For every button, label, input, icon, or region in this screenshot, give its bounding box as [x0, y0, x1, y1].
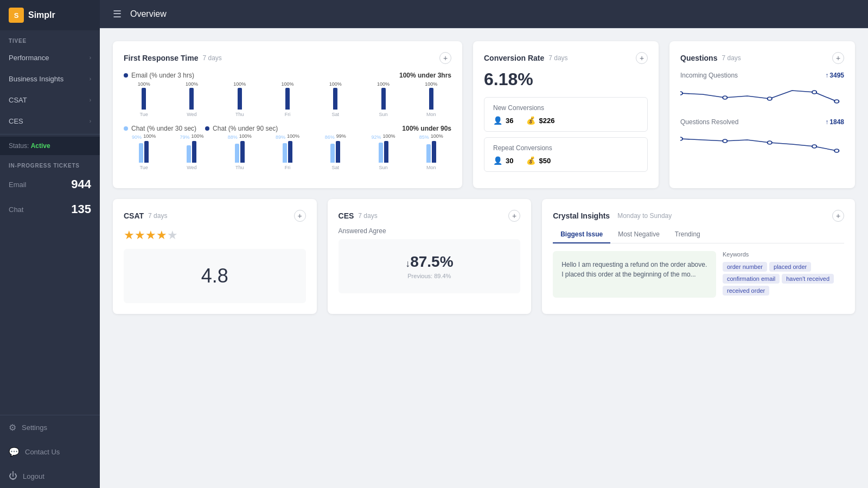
repeat-person-icon: 👤	[493, 156, 502, 165]
incoming-line-chart	[680, 82, 844, 110]
svg-point-1	[723, 96, 727, 99]
keyword-order-number: order number	[723, 262, 767, 272]
frt-email-bars: 100%Tue100%Wed100%Thu100%Fri100%Sat100%S…	[124, 82, 451, 117]
sidebar-item-ces[interactable]: CES ›	[0, 111, 100, 132]
settings-item[interactable]: ⚙ Settings	[0, 415, 100, 440]
new-conv-value: 💰 $226	[526, 116, 554, 125]
sidebar-item-performance[interactable]: Performance ›	[0, 47, 100, 68]
sidebar-bottom: ⚙ Settings 💬 Contact Us ⏻ Logout	[0, 415, 100, 488]
frt-expand-button[interactable]: +	[439, 52, 451, 64]
gear-icon: ⚙	[9, 422, 16, 433]
ces-card: CES 7 days + Answered Agree ↓87.5% Previ…	[328, 199, 532, 314]
conversion-rate-value: 6.18%	[484, 69, 648, 89]
kw-row-2: confirmation email haven't received	[723, 274, 844, 284]
crystal-card: Crystal Insights Monday to Sunday + Bigg…	[542, 199, 855, 314]
conv-expand-button[interactable]: +	[636, 52, 648, 64]
csat-stars: ★★★★★	[124, 228, 306, 242]
svg-point-2	[768, 97, 772, 100]
chevron-right-icon: ›	[90, 97, 91, 103]
contact-item[interactable]: 💬 Contact Us	[0, 440, 100, 464]
repeat-conv-value: 💰 $50	[526, 156, 551, 165]
csat-score-box: 4.8	[124, 249, 306, 303]
sidebar-logo: S Simplr	[0, 0, 100, 30]
keyword-confirmation-email: confirmation email	[723, 274, 780, 284]
csat-card-title: CSAT 7 days	[124, 211, 167, 220]
bar-group-chat-tue: 90%100%Tue	[124, 133, 164, 170]
sidebar-item-csat[interactable]: CSAT ›	[0, 89, 100, 111]
kw-row-1: order number placed order	[723, 262, 844, 272]
crystal-text-box: Hello I am requesting a refund on the or…	[553, 251, 716, 298]
ces-score-box: ↓87.5% Previous: 89.4%	[339, 239, 521, 293]
email-ticket-item: Email 944	[0, 172, 100, 197]
bar-group-chat-thu: 88%100%Thu	[220, 133, 260, 170]
bar-group-chat-mon: 85%100%Mon	[411, 133, 451, 170]
logout-item[interactable]: ⏻ Logout	[0, 464, 100, 488]
page-title: Overview	[130, 9, 167, 19]
svg-point-9	[834, 149, 839, 152]
tab-most-negative[interactable]: Most Negative	[610, 227, 667, 243]
dashboard-content: First Response Time 7 days + Email (% un…	[100, 28, 868, 488]
frt-title: First Response Time 7 days	[124, 54, 222, 62]
frt-card: First Response Time 7 days + Email (% un…	[113, 41, 462, 188]
chevron-right-icon: ›	[90, 118, 91, 124]
frt-email-legend: Email (% under 3 hrs) 100% under 3hrs	[124, 72, 451, 79]
csat-card: CSAT 7 days + ★★★★★ 4.8	[113, 199, 317, 314]
keyword-havent-received: haven't received	[782, 274, 834, 284]
q-expand-button[interactable]: +	[832, 52, 844, 64]
crystal-body: Hello I am requesting a refund on the or…	[553, 251, 844, 298]
dollar-icon: 💰	[526, 116, 535, 125]
frt-chat-bars: 90%100%Tue79%100%Wed88%100%Thu89%100%Fri…	[124, 136, 451, 170]
svg-point-3	[812, 91, 816, 94]
ces-expand-button[interactable]: +	[508, 210, 520, 222]
new-conversions-section: New Conversions 👤 36 💰 $226	[484, 97, 648, 132]
repeat-conv-count: 👤 30	[493, 156, 513, 165]
bottom-cards-row: CSAT 7 days + ★★★★★ 4.8 CES 7 days	[113, 199, 855, 314]
svg-point-8	[812, 145, 816, 148]
repeat-conversions-section: Repeat Conversions 👤 30 💰 $50	[484, 137, 648, 172]
sidebar-item-business-insights[interactable]: Business Insights ›	[0, 68, 100, 89]
bar-group-email-tue: 100%Tue	[124, 81, 164, 117]
svg-point-6	[723, 139, 727, 143]
tab-biggest-issue[interactable]: Biggest Issue	[553, 227, 610, 243]
svg-point-4	[834, 100, 839, 103]
chevron-right-icon: ›	[90, 55, 91, 61]
tab-trending[interactable]: Trending	[667, 227, 708, 243]
bar-group-email-mon: 100%Mon	[411, 81, 451, 117]
top-cards-row: First Response Time 7 days + Email (% un…	[113, 41, 855, 188]
resolved-line-chart	[680, 129, 844, 156]
bar-group-email-sat: 100%Sat	[315, 81, 355, 117]
csat-score-value: 4.8	[201, 265, 228, 287]
bar-group-chat-sat: 86%99%Sat	[315, 133, 355, 170]
sidebar-section-title: TIVEE	[0, 30, 100, 47]
conv-title: Conversion Rate 7 days	[484, 54, 568, 62]
conversion-card: Conversion Rate 7 days + 6.18% New Conve…	[473, 41, 659, 188]
crystal-keywords: Keywords order number placed order confi…	[723, 251, 844, 298]
svg-point-5	[680, 137, 682, 140]
crystal-expand-button[interactable]: +	[832, 210, 844, 222]
incoming-val: ↑ 3495	[825, 72, 844, 79]
repeat-dollar-icon: 💰	[526, 156, 535, 165]
crystal-title: Crystal Insights Monday to Sunday	[553, 211, 672, 220]
chat90-legend-dot	[205, 126, 209, 131]
q-title: Questions 7 days	[680, 54, 741, 62]
chat30-legend-dot	[124, 126, 128, 131]
hamburger-icon[interactable]: ☰	[113, 8, 122, 20]
ces-answered-label: Answered Agree	[339, 227, 521, 235]
frt-chat-legend: Chat (% under 30 sec) Chat (% under 90 s…	[124, 125, 451, 132]
csat-expand-button[interactable]: +	[294, 210, 306, 222]
questions-card: Questions 7 days + Incoming Questions ↑ …	[669, 41, 855, 188]
keyword-received-order: received order	[723, 286, 769, 296]
incoming-questions-section: Incoming Questions ↑ 3495	[680, 72, 844, 156]
svg-point-0	[680, 92, 682, 95]
logo-icon: S	[9, 8, 24, 23]
keyword-placed-order: placed order	[769, 262, 811, 272]
person-icon: 👤	[493, 116, 502, 125]
svg-point-7	[768, 141, 772, 144]
bar-group-email-fri: 100%Fri	[267, 81, 308, 117]
topbar: ☰ Overview	[100, 0, 868, 28]
email-legend-dot	[124, 73, 128, 78]
logout-icon: ⏻	[9, 471, 17, 481]
sidebar: S Simplr TIVEE Performance › Business In…	[0, 0, 100, 488]
main-content: ☰ Overview First Response Time 7 days + …	[100, 0, 868, 488]
new-conv-count: 👤 36	[493, 116, 513, 125]
